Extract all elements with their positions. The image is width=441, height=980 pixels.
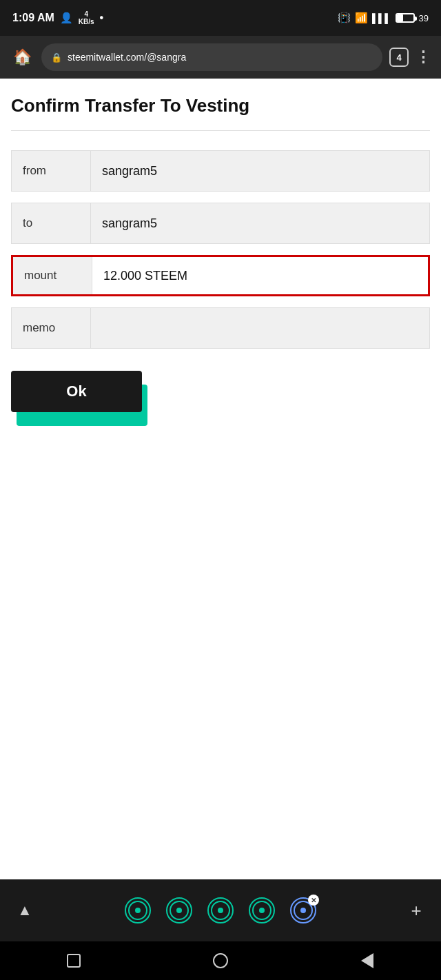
vibrate-icon: 📳 [338,12,351,24]
recent-apps-button[interactable] [61,948,86,973]
memo-row: memo [11,307,430,349]
tab-5-active[interactable]: ✕ [290,897,316,923]
android-nav-bar [0,941,441,980]
tab-4[interactable] [249,897,275,923]
square-icon [67,954,81,968]
bottom-nav: ▲ ✕ + [0,879,441,941]
amount-value: 12.000 STEEM [92,257,428,294]
to-label: to [12,203,91,243]
from-value: sangram5 [91,151,429,191]
circle-icon [213,953,228,968]
dot-indicator: • [100,12,104,24]
page-title: Confirm Transfer To Vesting [11,95,430,116]
tab-2[interactable] [166,897,192,923]
address-bar[interactable]: 🔒 steemitwallet.com/@sangra [41,43,382,71]
battery-percent: 39 [419,13,429,23]
battery-icon [396,13,415,23]
url-text: steemitwallet.com/@sangra [68,52,373,63]
page-content: Confirm Transfer To Vesting from sangram… [0,79,441,879]
time-display: 1:09 AM [12,12,54,24]
to-row: to sangram5 [11,203,430,244]
status-right: 📳 📶 ▌▌▌ 39 [338,12,429,24]
memo-value [91,308,429,348]
battery-fill [397,14,403,21]
wifi-icon: 📶 [355,12,368,24]
amount-row: mount 12.000 STEEM [11,255,430,296]
nav-up-arrow[interactable]: ▲ [12,898,37,923]
browser-bar: 🏠 🔒 steemitwallet.com/@sangra 4 ⋮ [0,36,441,79]
amount-label: mount [13,257,92,294]
tab-1[interactable] [125,897,151,923]
home-nav-button[interactable] [208,948,233,973]
tab-3[interactable] [207,897,234,923]
data-speed: 4 KB/s [79,10,94,25]
signal-icon: ▌▌▌ [372,13,391,23]
ok-button[interactable]: Ok [11,371,142,412]
user-icon: 👤 [60,12,73,24]
to-value: sangram5 [91,203,429,243]
from-label: from [12,151,91,191]
home-button[interactable]: 🏠 [10,45,34,70]
ok-button-wrapper: Ok [11,371,149,420]
browser-menu-button[interactable]: ⋮ [416,48,431,66]
new-tab-button[interactable]: + [404,898,429,923]
status-left: 1:09 AM 👤 4 KB/s • [12,10,103,25]
lock-icon: 🔒 [51,52,62,63]
nav-tabs: ✕ [125,897,316,923]
close-tab-badge[interactable]: ✕ [308,895,319,906]
title-divider [11,130,430,131]
triangle-icon [361,953,373,968]
from-row: from sangram5 [11,150,430,192]
back-button[interactable] [355,948,380,973]
memo-label: memo [12,308,91,348]
home-icon: 🏠 [13,48,32,66]
tab-count[interactable]: 4 [389,48,409,67]
status-bar: 1:09 AM 👤 4 KB/s • 📳 📶 ▌▌▌ 39 [0,0,441,36]
